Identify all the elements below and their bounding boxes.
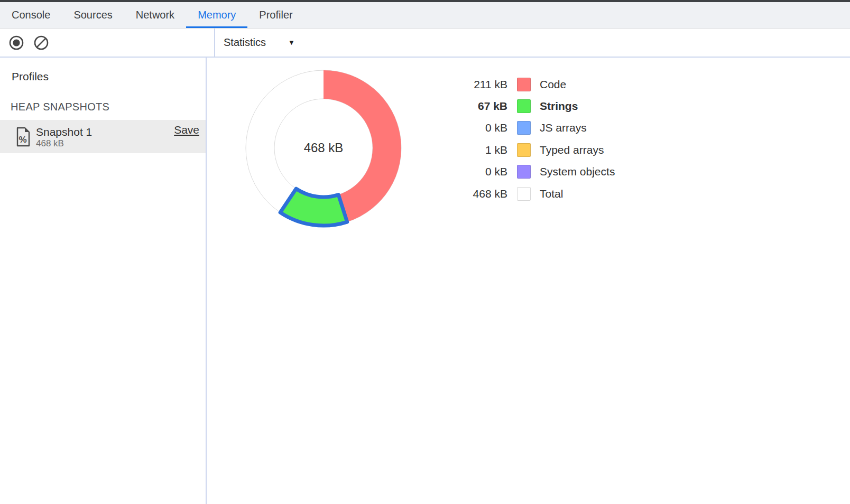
legend-row-js-arrays[interactable]: 0 kB JS arrays bbox=[447, 117, 615, 139]
snapshot-size: 468 kB bbox=[36, 138, 174, 148]
legend-swatch bbox=[517, 187, 531, 201]
tab-console[interactable]: Console bbox=[0, 2, 62, 28]
legend-row-strings[interactable]: 67 kB Strings bbox=[447, 95, 615, 117]
svg-text:%: % bbox=[19, 135, 26, 145]
profiler-controls-toolbar bbox=[0, 29, 215, 57]
tab-label: Profiler bbox=[259, 9, 292, 21]
legend-swatch bbox=[517, 143, 531, 157]
legend-row-code[interactable]: 211 kB Code bbox=[447, 73, 615, 95]
legend-swatch bbox=[517, 99, 531, 113]
tab-sources[interactable]: Sources bbox=[62, 2, 124, 28]
legend-label: Total bbox=[540, 188, 563, 200]
snapshot-name: Snapshot 1 bbox=[36, 125, 174, 138]
heap-snapshots-section-title: HEAP SNAPSHOTS bbox=[11, 101, 206, 113]
tab-label: Memory bbox=[198, 9, 236, 21]
legend-swatch bbox=[517, 121, 531, 135]
legend-label: System objects bbox=[540, 165, 615, 178]
tab-profiler[interactable]: Profiler bbox=[247, 2, 304, 28]
legend-row-typed-arrays[interactable]: 1 kB Typed arrays bbox=[447, 139, 615, 161]
tab-label: Network bbox=[136, 9, 174, 21]
legend-label: Strings bbox=[540, 100, 578, 113]
legend-row-system-objects[interactable]: 0 kB System objects bbox=[447, 161, 615, 183]
devtools-tabbar: Console Sources Network Memory Profiler bbox=[0, 2, 850, 29]
snapshot-text: Snapshot 1 468 kB bbox=[36, 125, 174, 148]
legend-swatch bbox=[517, 78, 531, 91]
clear-button[interactable] bbox=[33, 35, 49, 51]
legend-value: 67 kB bbox=[447, 100, 507, 113]
legend-swatch bbox=[517, 165, 531, 179]
snapshot-list-item[interactable]: % Snapshot 1 468 kB Save bbox=[0, 120, 206, 153]
tab-label: Console bbox=[12, 9, 50, 21]
profiles-sidebar: Profiles HEAP SNAPSHOTS % Snapshot 1 468… bbox=[0, 58, 207, 504]
legend-label: Typed arrays bbox=[540, 144, 604, 156]
devtools-body: Profiles HEAP SNAPSHOTS % Snapshot 1 468… bbox=[0, 58, 850, 504]
perspective-dropdown[interactable]: Statistics ▼ bbox=[224, 36, 295, 49]
tab-label: Sources bbox=[73, 9, 112, 21]
clear-icon bbox=[33, 35, 49, 51]
chevron-down-icon: ▼ bbox=[288, 39, 295, 46]
statistics-view: 468 kB 211 kB Code 67 kB Strings 0 kB JS… bbox=[207, 58, 850, 504]
legend-value: 1 kB bbox=[447, 144, 507, 156]
legend-label: JS arrays bbox=[540, 122, 587, 134]
perspective-selected-label: Statistics bbox=[224, 36, 266, 49]
legend-value: 468 kB bbox=[447, 188, 507, 200]
legend-value: 211 kB bbox=[447, 78, 507, 91]
toolbar: Statistics ▼ bbox=[0, 29, 850, 58]
donut-slice-strings[interactable] bbox=[280, 189, 347, 226]
tab-memory[interactable]: Memory bbox=[186, 2, 247, 28]
record-icon bbox=[8, 35, 24, 51]
legend-label: Code bbox=[540, 78, 566, 91]
chart-legend: 211 kB Code 67 kB Strings 0 kB JS arrays… bbox=[447, 73, 615, 204]
heap-snapshot-file-icon: % bbox=[16, 127, 31, 147]
heap-statistics-donut-chart[interactable]: 468 kB bbox=[236, 61, 411, 235]
legend-value: 0 kB bbox=[447, 165, 507, 178]
record-button[interactable] bbox=[8, 35, 24, 51]
donut-center-label: 468 kB bbox=[304, 141, 344, 155]
tab-network[interactable]: Network bbox=[124, 2, 186, 28]
save-link[interactable]: Save bbox=[174, 124, 199, 136]
statistics-view-toolbar: Statistics ▼ bbox=[215, 29, 850, 57]
legend-row-total[interactable]: 468 kB Total bbox=[447, 183, 615, 204]
legend-value: 0 kB bbox=[447, 122, 507, 134]
profiles-title: Profiles bbox=[12, 70, 206, 83]
